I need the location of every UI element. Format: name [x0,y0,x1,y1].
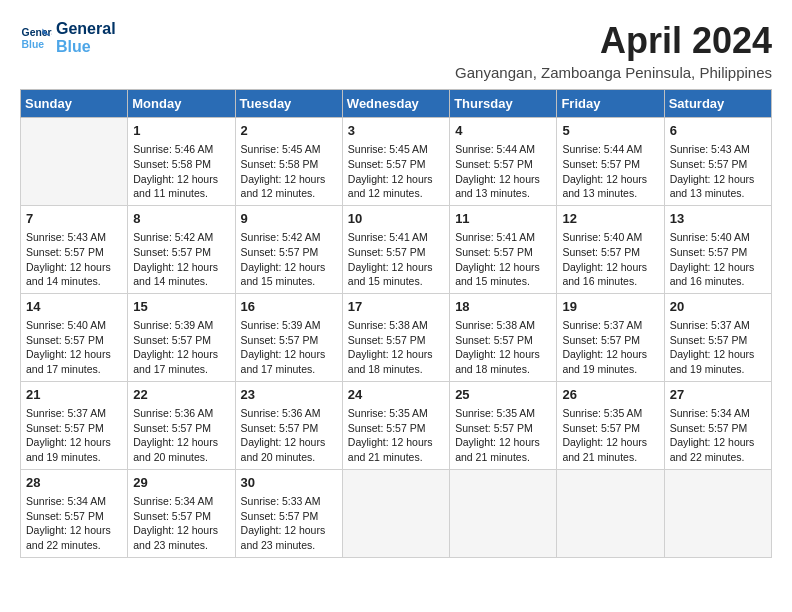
page-header: General Blue General Blue April 2024 Gan… [20,20,772,81]
day-info: Sunrise: 5:42 AM Sunset: 5:57 PM Dayligh… [133,230,229,289]
svg-text:General: General [22,27,52,38]
calendar-cell [450,469,557,557]
day-number: 3 [348,122,444,140]
day-info: Sunrise: 5:42 AM Sunset: 5:57 PM Dayligh… [241,230,337,289]
day-info: Sunrise: 5:34 AM Sunset: 5:57 PM Dayligh… [133,494,229,553]
day-number: 8 [133,210,229,228]
calendar-header-friday: Friday [557,90,664,118]
day-number: 30 [241,474,337,492]
calendar-cell: 28Sunrise: 5:34 AM Sunset: 5:57 PM Dayli… [21,469,128,557]
calendar-cell: 27Sunrise: 5:34 AM Sunset: 5:57 PM Dayli… [664,381,771,469]
day-info: Sunrise: 5:33 AM Sunset: 5:57 PM Dayligh… [241,494,337,553]
calendar-cell: 4Sunrise: 5:44 AM Sunset: 5:57 PM Daylig… [450,118,557,206]
month-title: April 2024 [455,20,772,62]
day-number: 28 [26,474,122,492]
calendar-cell: 24Sunrise: 5:35 AM Sunset: 5:57 PM Dayli… [342,381,449,469]
calendar-cell: 19Sunrise: 5:37 AM Sunset: 5:57 PM Dayli… [557,293,664,381]
day-info: Sunrise: 5:35 AM Sunset: 5:57 PM Dayligh… [455,406,551,465]
day-number: 11 [455,210,551,228]
day-info: Sunrise: 5:41 AM Sunset: 5:57 PM Dayligh… [348,230,444,289]
calendar-header-wednesday: Wednesday [342,90,449,118]
day-number: 25 [455,386,551,404]
day-info: Sunrise: 5:37 AM Sunset: 5:57 PM Dayligh… [26,406,122,465]
day-number: 15 [133,298,229,316]
calendar-cell: 7Sunrise: 5:43 AM Sunset: 5:57 PM Daylig… [21,205,128,293]
logo-general: General [56,20,116,38]
day-number: 14 [26,298,122,316]
calendar-cell: 21Sunrise: 5:37 AM Sunset: 5:57 PM Dayli… [21,381,128,469]
calendar-cell: 16Sunrise: 5:39 AM Sunset: 5:57 PM Dayli… [235,293,342,381]
day-info: Sunrise: 5:39 AM Sunset: 5:57 PM Dayligh… [241,318,337,377]
day-number: 24 [348,386,444,404]
day-number: 27 [670,386,766,404]
calendar-cell [342,469,449,557]
calendar-cell: 2Sunrise: 5:45 AM Sunset: 5:58 PM Daylig… [235,118,342,206]
calendar-cell: 17Sunrise: 5:38 AM Sunset: 5:57 PM Dayli… [342,293,449,381]
day-info: Sunrise: 5:36 AM Sunset: 5:57 PM Dayligh… [133,406,229,465]
day-info: Sunrise: 5:43 AM Sunset: 5:57 PM Dayligh… [26,230,122,289]
calendar-cell: 25Sunrise: 5:35 AM Sunset: 5:57 PM Dayli… [450,381,557,469]
calendar-header-monday: Monday [128,90,235,118]
day-info: Sunrise: 5:35 AM Sunset: 5:57 PM Dayligh… [562,406,658,465]
calendar-cell: 9Sunrise: 5:42 AM Sunset: 5:57 PM Daylig… [235,205,342,293]
day-info: Sunrise: 5:38 AM Sunset: 5:57 PM Dayligh… [455,318,551,377]
location: Ganyangan, Zamboanga Peninsula, Philippi… [455,64,772,81]
calendar-cell: 11Sunrise: 5:41 AM Sunset: 5:57 PM Dayli… [450,205,557,293]
day-number: 21 [26,386,122,404]
day-info: Sunrise: 5:40 AM Sunset: 5:57 PM Dayligh… [26,318,122,377]
calendar-cell: 23Sunrise: 5:36 AM Sunset: 5:57 PM Dayli… [235,381,342,469]
calendar-header-sunday: Sunday [21,90,128,118]
calendar-week-row: 28Sunrise: 5:34 AM Sunset: 5:57 PM Dayli… [21,469,772,557]
calendar-cell: 12Sunrise: 5:40 AM Sunset: 5:57 PM Dayli… [557,205,664,293]
day-info: Sunrise: 5:37 AM Sunset: 5:57 PM Dayligh… [562,318,658,377]
calendar-cell [557,469,664,557]
day-number: 17 [348,298,444,316]
calendar-cell: 3Sunrise: 5:45 AM Sunset: 5:57 PM Daylig… [342,118,449,206]
day-number: 1 [133,122,229,140]
day-number: 18 [455,298,551,316]
calendar-table: SundayMondayTuesdayWednesdayThursdayFrid… [20,89,772,558]
day-number: 29 [133,474,229,492]
day-info: Sunrise: 5:45 AM Sunset: 5:58 PM Dayligh… [241,142,337,201]
calendar-cell: 18Sunrise: 5:38 AM Sunset: 5:57 PM Dayli… [450,293,557,381]
logo: General Blue General Blue [20,20,116,55]
calendar-cell: 13Sunrise: 5:40 AM Sunset: 5:57 PM Dayli… [664,205,771,293]
day-info: Sunrise: 5:37 AM Sunset: 5:57 PM Dayligh… [670,318,766,377]
calendar-cell: 22Sunrise: 5:36 AM Sunset: 5:57 PM Dayli… [128,381,235,469]
logo-blue: Blue [56,38,116,56]
day-info: Sunrise: 5:44 AM Sunset: 5:57 PM Dayligh… [455,142,551,201]
day-info: Sunrise: 5:40 AM Sunset: 5:57 PM Dayligh… [562,230,658,289]
calendar-week-row: 1Sunrise: 5:46 AM Sunset: 5:58 PM Daylig… [21,118,772,206]
day-number: 7 [26,210,122,228]
day-info: Sunrise: 5:40 AM Sunset: 5:57 PM Dayligh… [670,230,766,289]
day-number: 13 [670,210,766,228]
calendar-header-saturday: Saturday [664,90,771,118]
logo-icon: General Blue [20,22,52,54]
day-number: 26 [562,386,658,404]
day-number: 2 [241,122,337,140]
calendar-cell: 20Sunrise: 5:37 AM Sunset: 5:57 PM Dayli… [664,293,771,381]
calendar-cell: 30Sunrise: 5:33 AM Sunset: 5:57 PM Dayli… [235,469,342,557]
calendar-cell: 10Sunrise: 5:41 AM Sunset: 5:57 PM Dayli… [342,205,449,293]
calendar-week-row: 14Sunrise: 5:40 AM Sunset: 5:57 PM Dayli… [21,293,772,381]
calendar-week-row: 7Sunrise: 5:43 AM Sunset: 5:57 PM Daylig… [21,205,772,293]
calendar-cell [664,469,771,557]
day-info: Sunrise: 5:43 AM Sunset: 5:57 PM Dayligh… [670,142,766,201]
calendar-header-row: SundayMondayTuesdayWednesdayThursdayFrid… [21,90,772,118]
calendar-cell: 15Sunrise: 5:39 AM Sunset: 5:57 PM Dayli… [128,293,235,381]
day-info: Sunrise: 5:35 AM Sunset: 5:57 PM Dayligh… [348,406,444,465]
svg-text:Blue: Blue [22,38,45,49]
day-info: Sunrise: 5:34 AM Sunset: 5:57 PM Dayligh… [670,406,766,465]
day-info: Sunrise: 5:36 AM Sunset: 5:57 PM Dayligh… [241,406,337,465]
day-info: Sunrise: 5:34 AM Sunset: 5:57 PM Dayligh… [26,494,122,553]
calendar-cell: 26Sunrise: 5:35 AM Sunset: 5:57 PM Dayli… [557,381,664,469]
title-section: April 2024 Ganyangan, Zamboanga Peninsul… [455,20,772,81]
day-number: 6 [670,122,766,140]
calendar-cell: 6Sunrise: 5:43 AM Sunset: 5:57 PM Daylig… [664,118,771,206]
day-number: 19 [562,298,658,316]
calendar-cell: 14Sunrise: 5:40 AM Sunset: 5:57 PM Dayli… [21,293,128,381]
day-number: 23 [241,386,337,404]
calendar-week-row: 21Sunrise: 5:37 AM Sunset: 5:57 PM Dayli… [21,381,772,469]
day-number: 5 [562,122,658,140]
calendar-cell: 8Sunrise: 5:42 AM Sunset: 5:57 PM Daylig… [128,205,235,293]
